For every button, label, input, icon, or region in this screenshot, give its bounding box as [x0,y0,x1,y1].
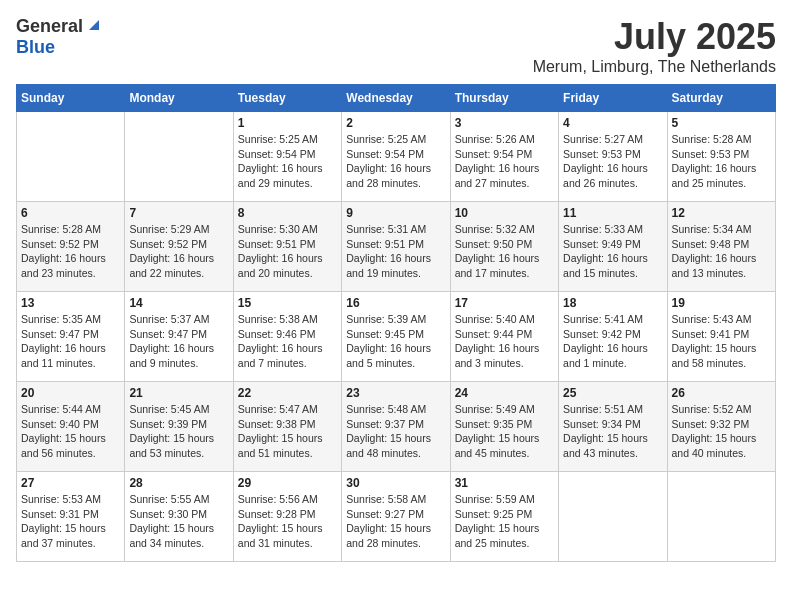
day-info: Sunrise: 5:30 AM Sunset: 9:51 PM Dayligh… [238,222,337,281]
header-day-saturday: Saturday [667,85,775,112]
logo-general-text: General [16,16,83,37]
day-info: Sunrise: 5:35 AM Sunset: 9:47 PM Dayligh… [21,312,120,371]
day-cell: 18Sunrise: 5:41 AM Sunset: 9:42 PM Dayli… [559,292,667,382]
day-info: Sunrise: 5:48 AM Sunset: 9:37 PM Dayligh… [346,402,445,461]
day-cell: 30Sunrise: 5:58 AM Sunset: 9:27 PM Dayli… [342,472,450,562]
header-day-friday: Friday [559,85,667,112]
page-header: General Blue July 2025 Merum, Limburg, T… [16,16,776,76]
day-cell: 31Sunrise: 5:59 AM Sunset: 9:25 PM Dayli… [450,472,558,562]
day-number: 9 [346,206,445,220]
day-cell [125,112,233,202]
day-number: 14 [129,296,228,310]
header-day-wednesday: Wednesday [342,85,450,112]
day-cell: 19Sunrise: 5:43 AM Sunset: 9:41 PM Dayli… [667,292,775,382]
day-cell: 23Sunrise: 5:48 AM Sunset: 9:37 PM Dayli… [342,382,450,472]
day-number: 2 [346,116,445,130]
logo-icon [85,16,103,34]
day-cell: 14Sunrise: 5:37 AM Sunset: 9:47 PM Dayli… [125,292,233,382]
day-number: 29 [238,476,337,490]
month-title: July 2025 [533,16,776,58]
day-number: 28 [129,476,228,490]
day-info: Sunrise: 5:29 AM Sunset: 9:52 PM Dayligh… [129,222,228,281]
calendar-table: SundayMondayTuesdayWednesdayThursdayFrid… [16,84,776,562]
day-number: 8 [238,206,337,220]
day-number: 26 [672,386,771,400]
logo-blue-text: Blue [16,37,55,58]
day-info: Sunrise: 5:25 AM Sunset: 9:54 PM Dayligh… [346,132,445,191]
day-number: 27 [21,476,120,490]
day-cell [17,112,125,202]
day-cell: 9Sunrise: 5:31 AM Sunset: 9:51 PM Daylig… [342,202,450,292]
week-row-3: 13Sunrise: 5:35 AM Sunset: 9:47 PM Dayli… [17,292,776,382]
day-info: Sunrise: 5:37 AM Sunset: 9:47 PM Dayligh… [129,312,228,371]
day-number: 22 [238,386,337,400]
location-title: Merum, Limburg, The Netherlands [533,58,776,76]
day-number: 20 [21,386,120,400]
day-number: 10 [455,206,554,220]
header-row: SundayMondayTuesdayWednesdayThursdayFrid… [17,85,776,112]
header-day-monday: Monday [125,85,233,112]
day-number: 3 [455,116,554,130]
day-number: 31 [455,476,554,490]
day-info: Sunrise: 5:45 AM Sunset: 9:39 PM Dayligh… [129,402,228,461]
day-cell: 27Sunrise: 5:53 AM Sunset: 9:31 PM Dayli… [17,472,125,562]
day-number: 15 [238,296,337,310]
day-number: 5 [672,116,771,130]
day-number: 21 [129,386,228,400]
header-day-sunday: Sunday [17,85,125,112]
day-cell: 7Sunrise: 5:29 AM Sunset: 9:52 PM Daylig… [125,202,233,292]
day-cell: 24Sunrise: 5:49 AM Sunset: 9:35 PM Dayli… [450,382,558,472]
day-number: 17 [455,296,554,310]
day-info: Sunrise: 5:31 AM Sunset: 9:51 PM Dayligh… [346,222,445,281]
day-number: 11 [563,206,662,220]
day-info: Sunrise: 5:33 AM Sunset: 9:49 PM Dayligh… [563,222,662,281]
day-number: 7 [129,206,228,220]
day-info: Sunrise: 5:26 AM Sunset: 9:54 PM Dayligh… [455,132,554,191]
day-info: Sunrise: 5:49 AM Sunset: 9:35 PM Dayligh… [455,402,554,461]
day-number: 12 [672,206,771,220]
day-info: Sunrise: 5:44 AM Sunset: 9:40 PM Dayligh… [21,402,120,461]
day-cell: 29Sunrise: 5:56 AM Sunset: 9:28 PM Dayli… [233,472,341,562]
week-row-2: 6Sunrise: 5:28 AM Sunset: 9:52 PM Daylig… [17,202,776,292]
day-cell: 13Sunrise: 5:35 AM Sunset: 9:47 PM Dayli… [17,292,125,382]
day-info: Sunrise: 5:47 AM Sunset: 9:38 PM Dayligh… [238,402,337,461]
day-cell: 10Sunrise: 5:32 AM Sunset: 9:50 PM Dayli… [450,202,558,292]
day-number: 16 [346,296,445,310]
day-cell: 21Sunrise: 5:45 AM Sunset: 9:39 PM Dayli… [125,382,233,472]
day-cell: 25Sunrise: 5:51 AM Sunset: 9:34 PM Dayli… [559,382,667,472]
day-info: Sunrise: 5:25 AM Sunset: 9:54 PM Dayligh… [238,132,337,191]
day-cell: 26Sunrise: 5:52 AM Sunset: 9:32 PM Dayli… [667,382,775,472]
day-info: Sunrise: 5:28 AM Sunset: 9:53 PM Dayligh… [672,132,771,191]
day-cell: 15Sunrise: 5:38 AM Sunset: 9:46 PM Dayli… [233,292,341,382]
day-info: Sunrise: 5:58 AM Sunset: 9:27 PM Dayligh… [346,492,445,551]
day-cell: 22Sunrise: 5:47 AM Sunset: 9:38 PM Dayli… [233,382,341,472]
day-cell: 1Sunrise: 5:25 AM Sunset: 9:54 PM Daylig… [233,112,341,202]
day-info: Sunrise: 5:52 AM Sunset: 9:32 PM Dayligh… [672,402,771,461]
day-info: Sunrise: 5:38 AM Sunset: 9:46 PM Dayligh… [238,312,337,371]
day-number: 6 [21,206,120,220]
header-day-tuesday: Tuesday [233,85,341,112]
day-info: Sunrise: 5:41 AM Sunset: 9:42 PM Dayligh… [563,312,662,371]
day-info: Sunrise: 5:51 AM Sunset: 9:34 PM Dayligh… [563,402,662,461]
day-info: Sunrise: 5:27 AM Sunset: 9:53 PM Dayligh… [563,132,662,191]
day-cell [559,472,667,562]
day-info: Sunrise: 5:28 AM Sunset: 9:52 PM Dayligh… [21,222,120,281]
day-cell: 8Sunrise: 5:30 AM Sunset: 9:51 PM Daylig… [233,202,341,292]
logo: General Blue [16,16,103,58]
day-cell: 2Sunrise: 5:25 AM Sunset: 9:54 PM Daylig… [342,112,450,202]
title-section: July 2025 Merum, Limburg, The Netherland… [533,16,776,76]
day-info: Sunrise: 5:59 AM Sunset: 9:25 PM Dayligh… [455,492,554,551]
day-number: 4 [563,116,662,130]
day-number: 13 [21,296,120,310]
day-number: 23 [346,386,445,400]
day-info: Sunrise: 5:53 AM Sunset: 9:31 PM Dayligh… [21,492,120,551]
day-number: 18 [563,296,662,310]
week-row-5: 27Sunrise: 5:53 AM Sunset: 9:31 PM Dayli… [17,472,776,562]
day-cell: 3Sunrise: 5:26 AM Sunset: 9:54 PM Daylig… [450,112,558,202]
week-row-4: 20Sunrise: 5:44 AM Sunset: 9:40 PM Dayli… [17,382,776,472]
day-info: Sunrise: 5:40 AM Sunset: 9:44 PM Dayligh… [455,312,554,371]
day-number: 24 [455,386,554,400]
header-day-thursday: Thursday [450,85,558,112]
day-info: Sunrise: 5:43 AM Sunset: 9:41 PM Dayligh… [672,312,771,371]
day-info: Sunrise: 5:56 AM Sunset: 9:28 PM Dayligh… [238,492,337,551]
